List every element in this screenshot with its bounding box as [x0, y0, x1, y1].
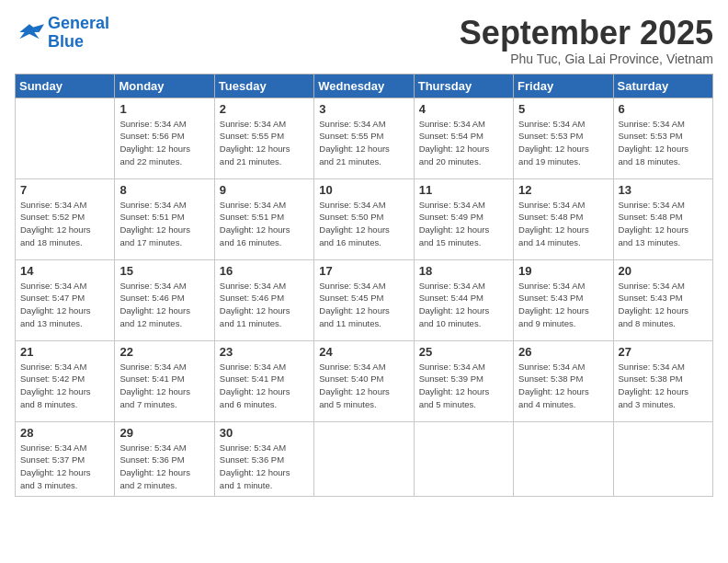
- week-row-5: 28Sunrise: 5:34 AM Sunset: 5:37 PM Dayli…: [16, 421, 713, 496]
- day-number: 24: [319, 345, 408, 359]
- day-number: 6: [619, 102, 708, 116]
- day-number: 17: [319, 264, 408, 278]
- day-info: Sunrise: 5:34 AM Sunset: 5:36 PM Dayligh…: [220, 442, 309, 492]
- day-number: 26: [518, 345, 608, 359]
- day-cell: [613, 421, 712, 496]
- day-cell: [314, 421, 414, 496]
- day-number: 16: [220, 264, 309, 278]
- svg-marker-0: [19, 24, 39, 39]
- day-cell: 3Sunrise: 5:34 AM Sunset: 5:55 PM Daylig…: [314, 98, 414, 178]
- day-cell: 14Sunrise: 5:34 AM Sunset: 5:47 PM Dayli…: [16, 259, 115, 340]
- day-info: Sunrise: 5:34 AM Sunset: 5:46 PM Dayligh…: [220, 280, 309, 330]
- day-info: Sunrise: 5:34 AM Sunset: 5:56 PM Dayligh…: [119, 118, 209, 168]
- day-info: Sunrise: 5:34 AM Sunset: 5:43 PM Dayligh…: [619, 280, 708, 330]
- day-info: Sunrise: 5:34 AM Sunset: 5:46 PM Dayligh…: [119, 280, 209, 330]
- day-cell: [414, 421, 513, 496]
- day-cell: 7Sunrise: 5:34 AM Sunset: 5:52 PM Daylig…: [16, 178, 115, 259]
- day-number: 22: [119, 345, 209, 359]
- week-row-4: 21Sunrise: 5:34 AM Sunset: 5:42 PM Dayli…: [16, 340, 713, 421]
- day-number: 1: [119, 102, 209, 116]
- day-cell: 2Sunrise: 5:34 AM Sunset: 5:55 PM Daylig…: [214, 98, 313, 178]
- day-cell: 18Sunrise: 5:34 AM Sunset: 5:44 PM Dayli…: [414, 259, 513, 340]
- logo-text: General Blue: [48, 15, 109, 52]
- day-number: 21: [20, 345, 109, 359]
- day-info: Sunrise: 5:34 AM Sunset: 5:51 PM Dayligh…: [220, 199, 309, 249]
- day-info: Sunrise: 5:34 AM Sunset: 5:38 PM Dayligh…: [619, 361, 708, 411]
- day-info: Sunrise: 5:34 AM Sunset: 5:38 PM Dayligh…: [518, 361, 608, 411]
- day-cell: 28Sunrise: 5:34 AM Sunset: 5:37 PM Dayli…: [16, 421, 115, 496]
- day-number: 14: [20, 264, 109, 278]
- column-header-sunday: Sunday: [16, 74, 115, 98]
- day-number: 30: [220, 426, 309, 440]
- day-cell: [16, 98, 115, 178]
- day-cell: 21Sunrise: 5:34 AM Sunset: 5:42 PM Dayli…: [16, 340, 115, 421]
- day-info: Sunrise: 5:34 AM Sunset: 5:43 PM Dayligh…: [518, 280, 608, 330]
- week-row-1: 1Sunrise: 5:34 AM Sunset: 5:56 PM Daylig…: [16, 98, 713, 178]
- calendar-body: 1Sunrise: 5:34 AM Sunset: 5:56 PM Daylig…: [16, 98, 713, 496]
- day-cell: 20Sunrise: 5:34 AM Sunset: 5:43 PM Dayli…: [613, 259, 712, 340]
- day-cell: 27Sunrise: 5:34 AM Sunset: 5:38 PM Dayli…: [613, 340, 712, 421]
- calendar-title-block: September 2025 Phu Tuc, Gia Lai Province…: [460, 15, 713, 66]
- day-number: 3: [319, 102, 408, 116]
- column-header-wednesday: Wednesday: [314, 74, 414, 98]
- calendar-header-row: SundayMondayTuesdayWednesdayThursdayFrid…: [16, 74, 713, 98]
- day-info: Sunrise: 5:34 AM Sunset: 5:49 PM Dayligh…: [419, 199, 508, 249]
- day-info: Sunrise: 5:34 AM Sunset: 5:50 PM Dayligh…: [319, 199, 408, 249]
- column-header-thursday: Thursday: [414, 74, 513, 98]
- day-cell: 13Sunrise: 5:34 AM Sunset: 5:48 PM Dayli…: [613, 178, 712, 259]
- day-info: Sunrise: 5:34 AM Sunset: 5:53 PM Dayligh…: [518, 118, 608, 168]
- day-cell: 6Sunrise: 5:34 AM Sunset: 5:53 PM Daylig…: [613, 98, 712, 178]
- location-subtitle: Phu Tuc, Gia Lai Province, Vietnam: [460, 52, 713, 66]
- day-cell: 17Sunrise: 5:34 AM Sunset: 5:45 PM Dayli…: [314, 259, 414, 340]
- day-cell: 4Sunrise: 5:34 AM Sunset: 5:54 PM Daylig…: [414, 98, 513, 178]
- day-cell: 11Sunrise: 5:34 AM Sunset: 5:49 PM Dayli…: [414, 178, 513, 259]
- page-header: General Blue September 2025 Phu Tuc, Gia…: [15, 15, 713, 66]
- day-number: 4: [419, 102, 508, 116]
- day-info: Sunrise: 5:34 AM Sunset: 5:48 PM Dayligh…: [619, 199, 708, 249]
- day-number: 9: [220, 183, 309, 197]
- day-info: Sunrise: 5:34 AM Sunset: 5:48 PM Dayligh…: [518, 199, 608, 249]
- day-info: Sunrise: 5:34 AM Sunset: 5:39 PM Dayligh…: [419, 361, 508, 411]
- day-number: 19: [518, 264, 608, 278]
- day-info: Sunrise: 5:34 AM Sunset: 5:54 PM Dayligh…: [419, 118, 508, 168]
- day-number: 23: [220, 345, 309, 359]
- day-info: Sunrise: 5:34 AM Sunset: 5:41 PM Dayligh…: [119, 361, 209, 411]
- day-info: Sunrise: 5:34 AM Sunset: 5:36 PM Dayligh…: [119, 442, 209, 492]
- day-info: Sunrise: 5:34 AM Sunset: 5:37 PM Dayligh…: [20, 442, 109, 492]
- day-info: Sunrise: 5:34 AM Sunset: 5:41 PM Dayligh…: [220, 361, 309, 411]
- day-cell: 16Sunrise: 5:34 AM Sunset: 5:46 PM Dayli…: [214, 259, 313, 340]
- day-cell: 15Sunrise: 5:34 AM Sunset: 5:46 PM Dayli…: [115, 259, 214, 340]
- day-cell: 22Sunrise: 5:34 AM Sunset: 5:41 PM Dayli…: [115, 340, 214, 421]
- day-cell: 8Sunrise: 5:34 AM Sunset: 5:51 PM Daylig…: [115, 178, 214, 259]
- day-number: 7: [20, 183, 109, 197]
- day-number: 13: [619, 183, 708, 197]
- day-cell: 19Sunrise: 5:34 AM Sunset: 5:43 PM Dayli…: [514, 259, 613, 340]
- column-header-saturday: Saturday: [613, 74, 712, 98]
- day-number: 18: [419, 264, 508, 278]
- logo-icon: [15, 20, 44, 46]
- day-info: Sunrise: 5:34 AM Sunset: 5:40 PM Dayligh…: [319, 361, 408, 411]
- day-number: 28: [20, 426, 109, 440]
- calendar-table: SundayMondayTuesdayWednesdayThursdayFrid…: [15, 74, 713, 497]
- day-number: 25: [419, 345, 508, 359]
- day-info: Sunrise: 5:34 AM Sunset: 5:55 PM Dayligh…: [220, 118, 309, 168]
- month-year-title: September 2025: [460, 15, 713, 52]
- day-info: Sunrise: 5:34 AM Sunset: 5:42 PM Dayligh…: [20, 361, 109, 411]
- day-number: 29: [119, 426, 209, 440]
- day-info: Sunrise: 5:34 AM Sunset: 5:55 PM Dayligh…: [319, 118, 408, 168]
- day-cell: 23Sunrise: 5:34 AM Sunset: 5:41 PM Dayli…: [214, 340, 313, 421]
- day-info: Sunrise: 5:34 AM Sunset: 5:51 PM Dayligh…: [119, 199, 209, 249]
- day-number: 15: [119, 264, 209, 278]
- day-cell: 1Sunrise: 5:34 AM Sunset: 5:56 PM Daylig…: [115, 98, 214, 178]
- day-cell: 24Sunrise: 5:34 AM Sunset: 5:40 PM Dayli…: [314, 340, 414, 421]
- column-header-monday: Monday: [115, 74, 214, 98]
- day-number: 12: [518, 183, 608, 197]
- day-info: Sunrise: 5:34 AM Sunset: 5:52 PM Dayligh…: [20, 199, 109, 249]
- day-cell: [514, 421, 613, 496]
- logo: General Blue: [15, 15, 109, 52]
- column-header-tuesday: Tuesday: [214, 74, 313, 98]
- day-number: 27: [619, 345, 708, 359]
- day-cell: 29Sunrise: 5:34 AM Sunset: 5:36 PM Dayli…: [115, 421, 214, 496]
- day-info: Sunrise: 5:34 AM Sunset: 5:47 PM Dayligh…: [20, 280, 109, 330]
- week-row-2: 7Sunrise: 5:34 AM Sunset: 5:52 PM Daylig…: [16, 178, 713, 259]
